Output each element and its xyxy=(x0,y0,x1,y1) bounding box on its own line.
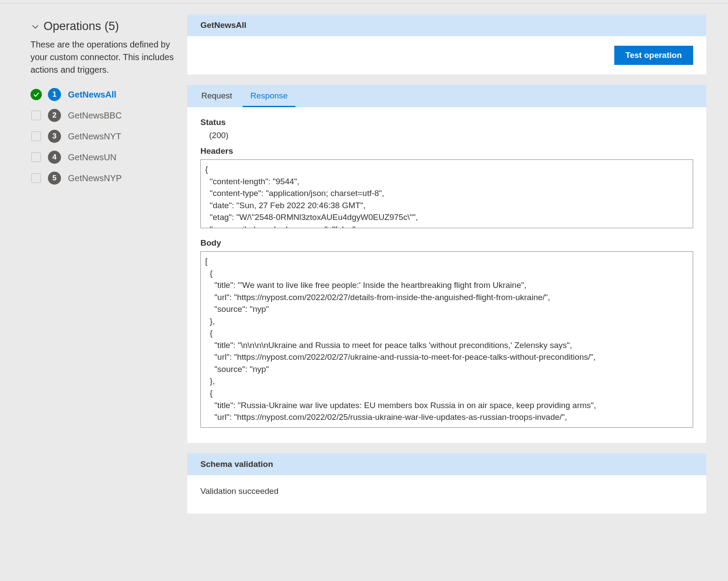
operation-number: 4 xyxy=(48,151,61,164)
operation-title-panel: GetNewsAll Test operation xyxy=(187,14,706,74)
schema-validation-message: Validation succeeded xyxy=(187,475,706,513)
checkbox-empty-icon xyxy=(31,173,41,183)
operations-list: 1 GetNewsAll 2 GetNewsBBC 3 GetNewsNYT 4… xyxy=(30,84,174,189)
content-container: Operations (5) These are the operations … xyxy=(0,3,728,513)
tabs-header: Request Response xyxy=(187,85,706,107)
operation-label: GetNewsNYP xyxy=(68,173,122,183)
tab-request[interactable]: Request xyxy=(193,85,240,107)
operation-number: 3 xyxy=(48,130,61,143)
status-value: (200) xyxy=(200,131,693,140)
headers-label: Headers xyxy=(200,146,693,156)
check-success-icon xyxy=(30,89,42,100)
operation-label: GetNewsNYT xyxy=(68,132,121,142)
main-content: GetNewsAll Test operation Request Respon… xyxy=(187,14,706,513)
test-operation-button[interactable]: Test operation xyxy=(614,46,694,65)
status-label: Status xyxy=(200,118,693,127)
operation-label: GetNewsUN xyxy=(68,152,116,162)
schema-validation-title: Schema validation xyxy=(187,453,706,475)
operation-label: GetNewsAll xyxy=(68,90,116,100)
request-response-panel: Request Response Status (200) Headers Bo… xyxy=(187,85,706,443)
checkbox-empty-icon xyxy=(31,132,41,141)
operations-count: (5) xyxy=(105,20,119,33)
response-body-pane: Status (200) Headers Body xyxy=(187,107,706,443)
operation-item-getnewsbbc[interactable]: 2 GetNewsBBC xyxy=(30,105,174,126)
operations-title: Operations xyxy=(44,20,101,33)
operation-item-getnewsnyt[interactable]: 3 GetNewsNYT xyxy=(30,126,174,147)
operation-item-getnewsall[interactable]: 1 GetNewsAll xyxy=(30,84,174,105)
headers-textarea[interactable] xyxy=(200,159,693,228)
operations-header[interactable]: Operations (5) xyxy=(30,20,174,33)
operations-sidebar: Operations (5) These are the operations … xyxy=(30,14,174,513)
checkbox-empty-icon xyxy=(31,152,41,162)
operation-item-getnewsun[interactable]: 4 GetNewsUN xyxy=(30,147,174,168)
checkbox-empty-icon xyxy=(31,111,41,120)
operation-number: 1 xyxy=(48,88,61,101)
chevron-down-icon xyxy=(30,22,40,31)
operation-number: 2 xyxy=(48,109,61,122)
operation-title: GetNewsAll xyxy=(187,14,706,36)
operation-item-getnewsnyp[interactable]: 5 GetNewsNYP xyxy=(30,168,174,189)
tab-response[interactable]: Response xyxy=(243,85,296,107)
operations-description: These are the operations defined by your… xyxy=(30,38,174,76)
body-textarea[interactable] xyxy=(200,251,693,428)
schema-validation-panel: Schema validation Validation succeeded xyxy=(187,453,706,513)
operation-number: 5 xyxy=(48,172,61,185)
action-row: Test operation xyxy=(187,36,706,74)
body-label: Body xyxy=(200,238,693,248)
operation-label: GetNewsBBC xyxy=(68,111,122,121)
